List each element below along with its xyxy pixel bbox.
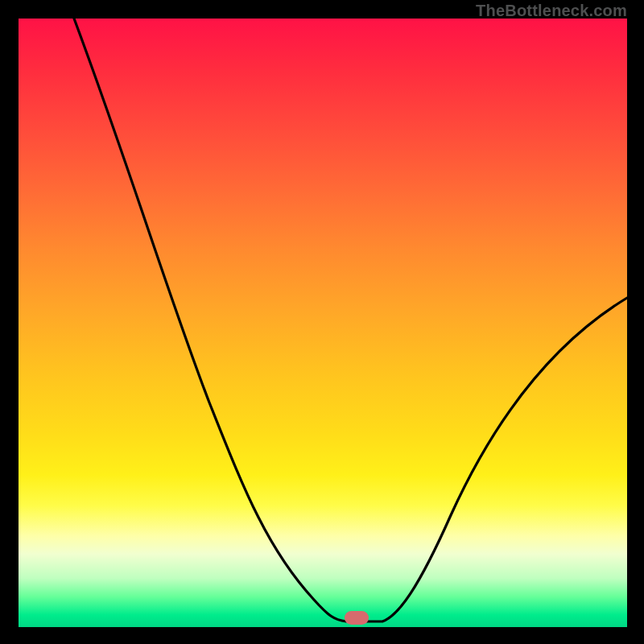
bottleneck-curve xyxy=(0,0,644,644)
optimal-point-marker xyxy=(345,611,369,625)
watermark-text: TheBottleneck.com xyxy=(476,2,627,20)
chart-stage: TheBottleneck.com xyxy=(0,0,644,644)
